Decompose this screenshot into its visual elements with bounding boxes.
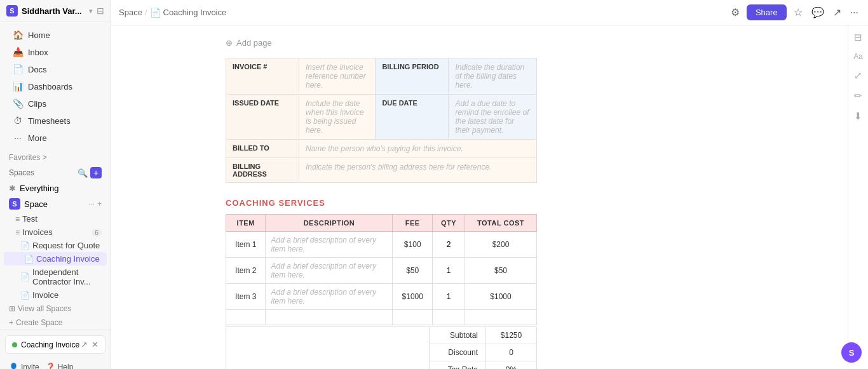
due-date-label: DUE DATE [376,95,449,140]
more-icon: ··· [13,133,23,143]
breadcrumb-sep1: / [145,8,147,17]
tree-item-test[interactable]: ≡ Test [0,212,111,225]
add-space-button[interactable]: + [90,167,102,178]
tree-item-invoice-label: Invoice [32,290,58,300]
item-2-qty[interactable]: 1 [432,258,465,284]
expand-content-icon[interactable]: ⤢ [854,70,862,81]
tree-item-invoices[interactable]: ≡ Invoices 6 [0,225,111,239]
view-all-spaces[interactable]: ⊞ View all Spaces [0,302,111,316]
space-letter-icon: S [9,198,20,210]
chat-icon-button[interactable]: 💬 [810,4,826,20]
item-1-fee[interactable]: $100 [393,232,433,258]
item-2-total[interactable]: $50 [465,258,536,284]
item-1-total[interactable]: $200 [465,232,536,258]
sidebar-item-clips[interactable]: 📎 Clips [4,95,107,112]
item-1-desc[interactable]: Add a brief description of every item he… [266,232,393,258]
expand-icon-button[interactable]: ↗ [831,4,843,20]
space-row[interactable]: S Space ··· + [0,196,111,212]
billing-address-value[interactable]: Indicate the person's billing address he… [299,158,537,183]
item-3-total[interactable]: $1000 [465,284,536,310]
close-icon[interactable]: ✕ [92,340,98,349]
add-page-button[interactable]: ⊕ Add page [226,38,822,48]
timesheets-label: Timesheets [28,116,71,126]
right-sidebar: ⊟ Aa ⤢ ✏ ⬇ [848,25,868,369]
more-options-button[interactable]: ··· [848,5,860,20]
item-3-qty[interactable]: 1 [432,284,465,310]
tree-item-invoice[interactable]: 📄 Invoice [0,288,111,302]
item-2-fee[interactable]: $50 [393,258,433,284]
bottom-tab-info: Coaching Invoice [12,340,79,349]
invoice-number-value[interactable]: Insert the invoice reference number here… [299,58,376,95]
plus-icon[interactable]: + [97,199,102,208]
billing-address-label: BILLING ADDRESS [226,158,299,183]
item-3-name[interactable]: Item 3 [226,284,266,310]
bottom-tab-actions: ↗ ✕ [81,340,98,349]
issued-date-value[interactable]: Include the date when this invoice is be… [299,95,376,140]
expand-icon[interactable]: ↗ [81,340,88,349]
chevron-down-icon: ▾ [89,7,93,15]
timesheets-icon: ⏱ [13,116,23,126]
share-button[interactable]: Share [747,4,787,20]
invoice-number-label: INVOICE # [226,58,299,95]
breadcrumb-page[interactable]: Coaching Invoice [163,8,227,17]
bottom-tab-name-label: Coaching Invoice [21,340,79,349]
clips-label: Clips [28,99,46,109]
sidebar-header: S Siddharth Var... ▾ ⊟ [0,0,111,22]
sidebar-item-dashboards[interactable]: 📊 Dashboards [4,78,107,95]
layout-icon[interactable]: ⊟ [97,6,104,16]
panel-icon[interactable]: ⊟ [854,32,862,43]
sidebar-item-home[interactable]: 🏠 Home [4,27,107,43]
billing-period-label: BILLING PERIOD [376,58,449,95]
tree-item-rfq-label: Request for Quote [32,241,100,250]
user-avatar[interactable]: S [841,342,862,363]
star-icon-button[interactable]: ☆ [792,4,804,20]
edit-icon[interactable]: ✏ [854,90,862,102]
create-space-item[interactable]: + Create Space [0,316,111,330]
item-2-desc[interactable]: Add a brief description of every item he… [266,258,393,284]
clips-icon: 📎 [13,98,23,109]
tax-rate-label: Tax Rate [430,361,486,370]
spaces-actions: 🔍 + [78,167,102,178]
sidebar-item-more[interactable]: ··· More [4,130,107,146]
font-size-icon[interactable]: Aa [853,52,863,61]
tree-item-coaching-label: Coaching Invoice [36,254,100,264]
dashboards-icon: 📊 [13,81,23,91]
ellipsis-icon[interactable]: ··· [88,199,95,208]
space-item[interactable]: ✱ Everything [0,181,111,196]
list-icon-2: ≡ [15,228,20,237]
billing-period-value[interactable]: Indicate the duration of the billing dat… [449,58,537,95]
sidebar-item-docs[interactable]: 📄 Docs [4,61,107,77]
settings-icon-button[interactable]: ⚙ [729,4,742,20]
col-fee: FEE [393,215,433,232]
bottom-buttons: 👤 Invite ❓ Help [0,359,111,369]
billed-to-value[interactable]: Name the person who's paying for this in… [299,140,537,158]
invite-button[interactable]: 👤 Invite [9,363,39,369]
tree-item-contractor[interactable]: 📄 Independent Contractor Inv... [0,265,111,288]
discount-label: Discount [430,344,486,361]
item-1-qty[interactable]: 2 [432,232,465,258]
help-button[interactable]: ❓ Help [46,363,74,369]
inbox-icon: 📥 [13,47,23,57]
tree-item-contractor-label: Independent Contractor Inv... [32,267,102,286]
tree-item-rfq[interactable]: 📄 Request for Quote [0,239,111,252]
doc-icon-coaching: 📄 [24,255,34,264]
main-area: Space / 📄 Coaching Invoice ⚙ Share ☆ 💬 ↗… [111,0,868,369]
breadcrumb-space[interactable]: Space [119,8,142,17]
bottom-tab: Coaching Invoice ↗ ✕ [5,335,105,354]
tree-item-coaching[interactable]: 📄 Coaching Invoice [4,252,107,265]
item-1-name[interactable]: Item 1 [226,232,266,258]
add-page-icon: ⊕ [226,38,233,48]
favorites-section[interactable]: Favorites > [0,151,111,164]
search-icon[interactable]: 🔍 [78,168,88,178]
item-3-fee[interactable]: $1000 [393,284,433,310]
item-2-name[interactable]: Item 2 [226,258,266,284]
add-page-label: Add page [236,38,272,48]
sidebar-item-inbox[interactable]: 📥 Inbox [4,44,107,60]
sidebar-item-timesheets[interactable]: ⏱ Timesheets [4,112,107,129]
table-row: Item 2 Add a brief description of every … [226,258,537,284]
download-icon[interactable]: ⬇ [854,111,862,122]
due-date-value[interactable]: Add a due date to remind the enrollee of… [449,95,537,140]
services-section-title: COACHING SERVICES [226,198,822,208]
workspace-icon: S [6,5,18,17]
item-3-desc[interactable]: Add a brief description of every item he… [266,284,393,310]
